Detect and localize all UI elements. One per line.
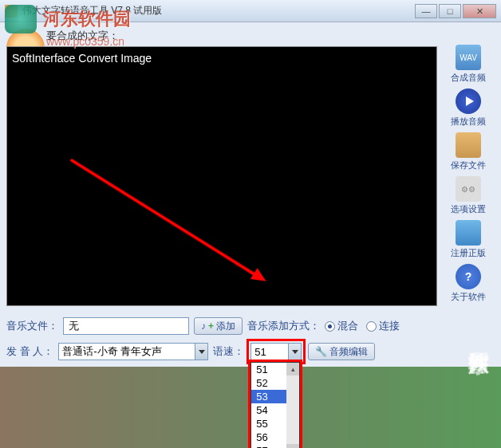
maximize-button[interactable]: □ <box>439 4 461 18</box>
text-input-label: 要合成的文字： <box>46 29 119 43</box>
scroll-up-arrow[interactable]: ▴ <box>286 363 299 375</box>
options-button[interactable]: ⚙⚙ 选项设置 <box>444 176 492 215</box>
radio-dot <box>366 321 377 332</box>
chevron-down-icon <box>288 344 301 360</box>
voice-select[interactable]: 普通话-小奇 青年女声 <box>58 343 208 360</box>
minimize-button[interactable]: — <box>415 4 437 18</box>
music-row: 音乐文件： ♪ + 添加 音乐添加方式： 混合 连接 <box>6 317 495 335</box>
save-file-button[interactable]: 保存文件 <box>444 132 492 171</box>
about-icon: ? <box>456 264 481 289</box>
speed-dropdown: 51 52 53 54 55 56 57 ▴ ▾ <box>250 362 300 448</box>
speed-select[interactable]: 51 <box>250 343 302 360</box>
audio-edit-button[interactable]: 🔧 音频编辑 <box>308 343 375 360</box>
music-mode-label: 音乐添加方式： <box>247 319 320 333</box>
speed-label: 语速： <box>213 344 244 359</box>
speed-highlight-box: 51 51 52 53 54 55 56 57 ▴ <box>249 341 303 362</box>
text-input-area[interactable]: SoftInterface Convert Image <box>6 46 437 306</box>
annotation-arrow <box>70 159 261 279</box>
voice-row: 发 音 人： 普通话-小奇 青年女声 语速： 51 51 52 53 54 <box>6 341 495 362</box>
register-button[interactable]: 注册正版 <box>444 220 492 259</box>
music-note-icon: ♪ <box>201 320 206 332</box>
concat-radio[interactable]: 连接 <box>366 319 400 333</box>
text-content: SoftInterface Convert Image <box>12 52 152 65</box>
titlebar: 伟大文字转语音工具 V7.8 试用版 — □ ✕ <box>0 0 501 22</box>
dropdown-scrollbar[interactable]: ▴ ▾ <box>286 363 299 448</box>
wav-icon: WAV <box>456 45 481 70</box>
scroll-down-arrow[interactable]: ▾ <box>286 444 299 448</box>
close-button[interactable]: ✕ <box>463 4 496 18</box>
music-file-label: 音乐文件： <box>6 319 58 333</box>
play-icon <box>456 88 481 114</box>
radio-dot-selected <box>325 321 335 332</box>
sidebar: WAV 合成音频 播放音频 保存文件 ⚙⚙ 选项设置 注册正版 ? 关于软件 <box>442 29 495 306</box>
register-icon <box>456 220 481 246</box>
wrench-icon: 🔧 <box>315 346 327 357</box>
about-button[interactable]: ? 关于软件 <box>444 264 492 303</box>
music-file-input[interactable] <box>63 317 189 335</box>
mix-radio[interactable]: 混合 <box>325 319 358 333</box>
window-title: 伟大文字转语音工具 V7.8 试用版 <box>22 4 415 18</box>
gear-icon: ⚙⚙ <box>456 176 481 202</box>
app-icon <box>5 5 18 18</box>
voice-label: 发 音 人： <box>6 344 53 359</box>
synthesize-audio-button[interactable]: WAV 合成音频 <box>444 45 492 84</box>
play-audio-button[interactable]: 播放音频 <box>444 88 492 128</box>
plus-icon: + <box>208 320 214 332</box>
add-music-button[interactable]: ♪ + 添加 <box>194 317 243 335</box>
save-icon <box>456 132 481 158</box>
main-window: 伟大文字转语音工具 V7.8 试用版 — □ ✕ 要合成的文字： SoftInt… <box>0 0 501 367</box>
chevron-down-icon <box>195 344 207 360</box>
